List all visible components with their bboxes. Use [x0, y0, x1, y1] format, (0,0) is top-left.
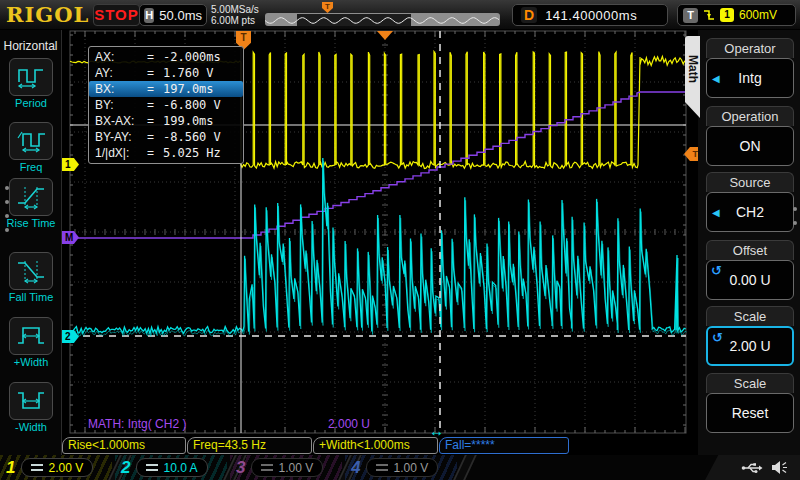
run-state-badge[interactable]: STOP: [93, 4, 140, 26]
channel-status-bar: 1 2.00 V 2 10.0 A 3 1.00 V 4 1.00 V: [0, 455, 800, 480]
falling-edge-icon: [703, 8, 715, 22]
menu-item-plus-width[interactable]: +Width: [0, 317, 62, 368]
dc-coupling-icon: [31, 464, 43, 472]
menu-item-fall-time[interactable]: Fall Time: [0, 252, 62, 303]
period-icon: [15, 64, 47, 90]
freq-icon: [15, 128, 47, 154]
section-offset: Offset ↺ 0.00 U: [706, 240, 794, 300]
trigger-icon: T: [683, 8, 698, 23]
section-operator: Operator ◀ Intg: [706, 38, 794, 98]
cursor-row-ay: AY: = 1.760 V: [89, 65, 243, 81]
operator-button[interactable]: ◀ Intg: [706, 58, 794, 98]
measurement-plus-width[interactable]: +Width<1.000ms: [313, 437, 438, 454]
horizontal-measure-menu: Horizontal Period Freq: [0, 30, 62, 455]
channel-4-status[interactable]: 4 1.00 V: [345, 455, 457, 480]
menu-item-minus-width[interactable]: -Width: [0, 382, 62, 433]
measurement-freq[interactable]: Freq=43.5 Hz: [187, 437, 312, 454]
delay-value: 141.400000ms: [545, 8, 637, 23]
trigger-level-value: 600mV: [739, 8, 777, 22]
status-icons: [705, 455, 800, 480]
rise-time-icon: [15, 184, 47, 210]
section-source: Source ◀ CH2: [706, 172, 794, 232]
plus-width-icon: [15, 323, 47, 349]
left-arrow-icon: ◀: [712, 73, 720, 84]
menu-item-period[interactable]: Period: [0, 58, 62, 109]
oscilloscope-screen: RIGOL STOP H 50.0ms 5.00MSa/s 6.00M pts …: [0, 0, 800, 480]
usb-icon: [741, 461, 763, 475]
channel-2-status[interactable]: 2 10.0 A: [115, 455, 227, 480]
section-scale: Scale ↺ 2.00 U: [706, 306, 794, 366]
fall-time-icon: [15, 258, 47, 284]
menu-page-dot: [5, 186, 9, 190]
math-operation-label: MATH: Intg( CH2 ): [88, 417, 186, 431]
math-menu: Operator ◀ Intg Operation ON Source ◀ CH…: [698, 30, 800, 455]
memory-preview-waveform: [265, 14, 500, 26]
source-button[interactable]: ◀ CH2: [706, 192, 794, 232]
operation-button[interactable]: ON: [706, 126, 794, 166]
delay-icon: D: [521, 7, 537, 23]
memory-preview-bar[interactable]: [265, 13, 500, 26]
h-icon: H: [144, 8, 154, 23]
minus-width-icon: [15, 388, 47, 414]
left-menu-title: Horizontal: [0, 39, 61, 53]
dc-coupling-icon: [146, 464, 158, 472]
section-scale-reset: Scale Reset: [706, 373, 794, 433]
cursor-readout-box: AX: = -2.000ms AY: = 1.760 V BX: = 197.0…: [88, 46, 244, 164]
dc-coupling-icon: [376, 464, 388, 472]
offset-button[interactable]: ↺ 0.00 U: [706, 260, 794, 300]
sample-rate: 5.00MSa/s: [211, 4, 259, 15]
scale-button[interactable]: ↺ 2.00 U: [706, 326, 794, 366]
left-arrow-icon: ◀: [712, 207, 720, 218]
menu-page-dot: [5, 214, 9, 218]
cursor-row-bxax: BX-AX: = 199.0ms: [89, 113, 243, 129]
sample-rate-readout: 5.00MSa/s 6.00M pts: [211, 4, 259, 26]
cursor-row-by: BY: = -6.800 V: [89, 97, 243, 113]
dc-coupling-icon: [261, 464, 273, 472]
menu-item-rise-time[interactable]: Rise Time: [0, 178, 62, 229]
ch2-trace-ghost: [71, 161, 687, 336]
horizontal-scale-box[interactable]: H 50.0ms: [139, 4, 207, 26]
timebase-value: 50.0ms: [159, 8, 202, 23]
menu-page-dot: [5, 200, 9, 204]
knob-icon: ↺: [712, 330, 723, 345]
memory-depth: 6.00M pts: [211, 15, 259, 26]
math-scale-label: 2.000 U: [328, 417, 370, 431]
cursor-row-ax: AX: = -2.000ms: [89, 49, 243, 65]
menu-page-dot: [793, 207, 797, 211]
measurement-rise[interactable]: Rise<1.000ms: [62, 437, 186, 454]
menu-page-dot: [5, 228, 9, 232]
speaker-icon: [771, 460, 788, 475]
cursor-row-bx-selected[interactable]: BX: = 197.0ms: [89, 81, 243, 97]
channel-1-status[interactable]: 1 2.00 V: [0, 455, 112, 480]
top-bar: RIGOL STOP H 50.0ms 5.00MSa/s 6.00M pts …: [0, 0, 800, 30]
cursor-row-freq: 1/|dX|: = 5.025 Hz: [89, 145, 243, 161]
trigger-box[interactable]: T 1 600mV: [677, 4, 796, 26]
rigol-logo: RIGOL: [6, 2, 89, 27]
trigger-position-marker-icon[interactable]: T: [322, 2, 333, 13]
knob-icon: ↺: [711, 263, 722, 278]
channel-3-status[interactable]: 3 1.00 V: [230, 455, 342, 480]
section-operation: Operation ON: [706, 106, 794, 166]
delay-box[interactable]: D 141.400000ms: [512, 4, 668, 26]
menu-page-dot: [793, 221, 797, 225]
scale-reset-button[interactable]: Reset: [706, 393, 794, 433]
math-menu-tab-flap: [685, 102, 700, 118]
menu-item-freq[interactable]: Freq: [0, 122, 62, 173]
measurement-fall[interactable]: Fall=*****: [439, 437, 569, 454]
cursor-row-byay: BY-AY: = -8.560 V: [89, 129, 243, 145]
trigger-source-badge: 1: [720, 8, 734, 22]
math-menu-tab[interactable]: Math: [685, 36, 700, 102]
